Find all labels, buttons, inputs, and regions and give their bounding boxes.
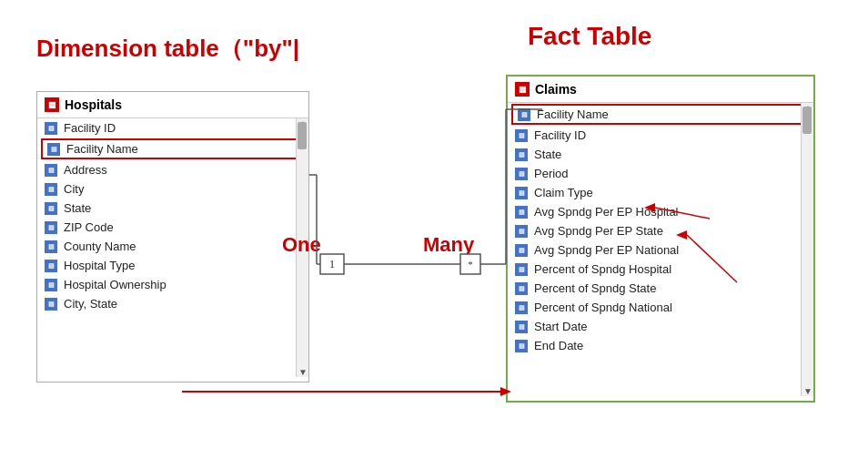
col-icon-fact-10: ▤ — [515, 301, 528, 314]
fact-row-11: ▤Start Date — [508, 317, 813, 336]
col-icon-fact-4: ▤ — [515, 187, 528, 199]
col-icon-dim-7: ▤ — [45, 260, 57, 272]
svg-rect-6 — [460, 254, 480, 274]
dim-row-0: ▤Facility ID — [37, 118, 308, 138]
fact-row-1: ▤Facility ID — [508, 126, 813, 145]
fact-row-label-3: Period — [534, 167, 569, 180]
fact-row-label-6: Avg Spndg Per EP State — [534, 224, 663, 238]
dim-row-label-5: ZIP Code — [64, 220, 114, 234]
fact-row-label-9: Percent of Spndg State — [534, 281, 656, 295]
col-icon-dim-1: ▤ — [47, 143, 60, 156]
col-icon-dim-5: ▤ — [45, 221, 57, 234]
dim-row-label-7: Hospital Type — [64, 259, 136, 272]
dim-row-3: ▤City — [37, 179, 308, 199]
col-icon-dim-8: ▤ — [45, 279, 57, 291]
fact-row-5: ▤Avg Spndg Per EP Hospital — [508, 202, 813, 221]
dim-row-label-4: State — [64, 201, 91, 215]
dim-row-label-9: City, State — [64, 297, 117, 311]
col-icon-fact-8: ▤ — [515, 263, 528, 276]
dim-row-5: ▤ZIP Code — [37, 218, 308, 237]
dim-row-1: ▤Facility Name — [41, 138, 305, 159]
col-icon-dim-9: ▤ — [45, 298, 57, 311]
col-icon-fact-3: ▤ — [515, 168, 528, 180]
dim-row-2: ▤Address — [37, 160, 308, 179]
col-icon-fact-2: ▤ — [515, 148, 528, 161]
fact-table-icon: ▦ — [515, 82, 530, 97]
dim-row-6: ▤County Name — [37, 237, 308, 256]
dim-table-header: ▦ Hospitals — [37, 92, 308, 118]
col-icon-dim-3: ▤ — [45, 183, 57, 196]
dim-row-label-6: County Name — [64, 240, 136, 253]
dim-row-label-0: Facility ID — [64, 121, 116, 135]
col-icon-dim-4: ▤ — [45, 202, 57, 215]
dim-row-4: ▤State — [37, 199, 308, 218]
svg-text:*: * — [468, 259, 473, 270]
fact-row-12: ▤End Date — [508, 336, 813, 355]
fact-row-2: ▤State — [508, 145, 813, 164]
dim-row-8: ▤Hospital Ownership — [37, 275, 308, 294]
fact-table-header: ▦ Claims — [508, 76, 813, 103]
fact-scrollbar[interactable]: ▲ ▼ — [801, 103, 813, 396]
col-icon-fact-7: ▤ — [515, 244, 528, 257]
dimension-table-title: Dimension table（"by"| — [36, 33, 299, 65]
fact-row-label-0: Facility Name — [537, 107, 609, 121]
fact-table-title: Fact Table — [528, 22, 651, 51]
fact-row-label-2: State — [534, 148, 561, 161]
dim-table-icon: ▦ — [45, 97, 59, 112]
col-icon-dim-2: ▤ — [45, 164, 57, 177]
svg-text:1: 1 — [329, 257, 336, 270]
dim-row-label-3: City — [64, 182, 84, 196]
fact-table-rows: ▤Facility Name▤Facility ID▤State▤Period▤… — [508, 103, 813, 396]
fact-row-label-5: Avg Spndg Per EP Hospital — [534, 205, 679, 219]
dim-row-label-2: Address — [64, 163, 107, 177]
dim-row-7: ▤Hospital Type — [37, 256, 308, 275]
fact-row-9: ▤Percent of Spndg State — [508, 279, 813, 298]
fact-row-0: ▤Facility Name — [511, 104, 810, 125]
label-one: One — [282, 233, 321, 257]
col-icon-fact-5: ▤ — [515, 206, 528, 219]
fact-row-7: ▤Avg Spndg Per EP National — [508, 240, 813, 260]
col-icon-fact-11: ▤ — [515, 321, 528, 333]
fact-row-10: ▤Percent of Spndg National — [508, 298, 813, 317]
col-icon-fact-6: ▤ — [515, 225, 528, 238]
scrollbar-thumb[interactable] — [298, 122, 307, 149]
dim-row-9: ▤City, State — [37, 294, 308, 313]
col-icon-fact-0: ▤ — [518, 108, 530, 121]
col-icon-dim-0: ▤ — [45, 122, 57, 135]
dimension-table: ▦ Hospitals ▤Facility ID▤Facility Name▤A… — [36, 91, 309, 382]
fact-scrollbar-thumb[interactable] — [802, 107, 812, 134]
dim-row-label-1: Facility Name — [66, 142, 138, 156]
fact-row-label-7: Avg Spndg Per EP National — [534, 243, 679, 257]
fact-table-name: Claims — [535, 82, 577, 97]
fact-row-label-10: Percent of Spndg National — [534, 301, 672, 314]
fact-row-label-8: Percent of Spndg Hospital — [534, 262, 671, 276]
label-many: Many — [423, 233, 474, 257]
fact-table: ▦ Claims ▤Facility Name▤Facility ID▤Stat… — [506, 75, 815, 403]
fact-row-4: ▤Claim Type — [508, 183, 813, 202]
fact-row-6: ▤Avg Spndg Per EP State — [508, 221, 813, 240]
scrollbar-down[interactable]: ▼ — [297, 367, 308, 377]
svg-rect-3 — [320, 254, 344, 274]
col-icon-dim-6: ▤ — [45, 240, 57, 253]
fact-row-label-4: Claim Type — [534, 186, 593, 199]
dim-row-label-8: Hospital Ownership — [64, 278, 167, 291]
dim-table-rows: ▤Facility ID▤Facility Name▤Address▤City▤… — [37, 118, 308, 377]
fact-scrollbar-down[interactable]: ▼ — [802, 386, 813, 396]
col-icon-fact-9: ▤ — [515, 282, 528, 295]
dim-table-name: Hospitals — [65, 97, 122, 112]
fact-row-3: ▤Period — [508, 164, 813, 183]
col-icon-fact-1: ▤ — [515, 129, 528, 142]
fact-row-8: ▤Percent of Spndg Hospital — [508, 260, 813, 279]
fact-row-label-11: Start Date — [534, 320, 588, 333]
fact-row-label-1: Facility ID — [534, 128, 586, 142]
fact-row-label-12: End Date — [534, 339, 583, 352]
col-icon-fact-12: ▤ — [515, 340, 528, 352]
